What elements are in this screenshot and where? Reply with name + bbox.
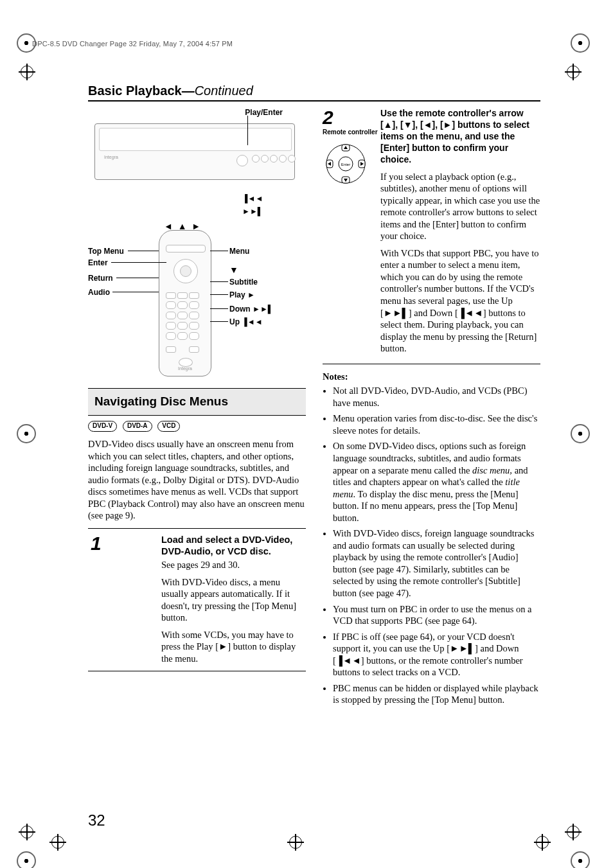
registration-icon <box>21 826 33 838</box>
page: DPC-8.5 DVD Changer Page 32 Friday, May … <box>0 0 613 868</box>
subsection-heading: Navigating Disc Menus <box>88 388 306 416</box>
disc-type-badges: DVD-V DVD-A VCD <box>88 421 306 432</box>
registration-icon <box>21 66 33 78</box>
label-up: Up ▐◄◄ <box>229 317 263 327</box>
crop-mark-icon <box>17 851 30 864</box>
step-2-p1: If you select a playback option (e.g., s… <box>380 171 540 242</box>
step-1-line1: See pages 29 and 30. <box>161 559 306 571</box>
label-play: Play ► <box>229 290 255 300</box>
note-item: PBC menus can be hidden or displayed whi… <box>333 682 540 706</box>
note-item: Menu operation varies from disc-to-disc.… <box>333 412 540 436</box>
registration-icon <box>289 836 302 849</box>
left-column: Play/Enter Integra ▐◄◄ <box>88 108 306 710</box>
crop-mark-icon <box>17 33 30 46</box>
step-1-body: Load and select a DVD-Video, DVD-Audio, … <box>161 534 306 664</box>
step-2-body: Use the remote controller's arrow [▲], [… <box>380 108 540 355</box>
label-menu: Menu <box>229 247 249 256</box>
skip-fwd-icon: ►►▌ <box>384 308 409 318</box>
intro-paragraph: DVD-Video discs usually have an onscreen… <box>88 438 306 522</box>
play-icon: ► <box>218 641 227 651</box>
label-down: Down ►►▌ <box>229 305 273 314</box>
skip-fwd-icon: ►►▌ <box>450 643 475 653</box>
svg-text:Enter: Enter <box>341 163 350 166</box>
right-arrow-icon: ► <box>443 120 452 130</box>
note-item: Not all DVD-Video, DVD-Audio, and VCDs (… <box>333 385 540 409</box>
note-item: You must turn on PBC in order to use the… <box>333 603 540 627</box>
skip-back-icon: ▐◄◄ <box>242 194 263 204</box>
page-number: 32 <box>88 811 105 829</box>
registration-icon <box>567 826 580 838</box>
section-title-continued: Continued <box>195 84 253 98</box>
registration-icon <box>567 66 580 78</box>
note-item: On some DVD-Video discs, options such as… <box>333 440 540 524</box>
step-1-line3: With some VCDs, you may have to press th… <box>161 629 306 665</box>
step-2-box: 2 Remote controller Enter <box>323 108 540 355</box>
left-arrow-icon: ◄ <box>423 120 432 130</box>
note-item: With DVD-Video discs, foreign language s… <box>333 527 540 599</box>
badge-vcd: VCD <box>157 421 180 432</box>
crop-mark-icon <box>17 424 30 437</box>
notes-heading: Notes: <box>323 371 540 383</box>
device-remote-diagram: Play/Enter Integra ▐◄◄ <box>88 108 306 384</box>
doc-header-line: DPC-8.5 DVD Changer Page 32 Friday, May … <box>32 40 536 48</box>
step-1-bold: Load and select a DVD-Video, DVD-Audio, … <box>161 535 292 557</box>
step-2-left: 2 Remote controller Enter <box>323 108 380 355</box>
step-1-line2: With DVD-Video discs, a menu usually app… <box>161 576 306 624</box>
badge-dvd-v: DVD-V <box>88 421 117 432</box>
section-title-dash: — <box>182 84 195 98</box>
label-return: Return <box>88 274 113 283</box>
step-2-bold: Use the remote controller's arrow [▲], [… <box>380 108 540 166</box>
label-audio: Audio <box>88 288 110 297</box>
step-1-number: 1 <box>88 534 161 664</box>
label-play-enter: Play/Enter <box>245 108 283 118</box>
notes-list: Not all DVD-Video, DVD-Audio, and VCDs (… <box>325 385 540 706</box>
step-1-box: 1 Load and select a DVD-Video, DVD-Audio… <box>88 528 306 671</box>
two-column-layout: Play/Enter Integra ▐◄◄ <box>88 108 540 710</box>
dvd-player-illustration: Integra <box>94 123 295 180</box>
step-2-number: 2 <box>323 108 380 127</box>
registration-icon <box>51 836 64 849</box>
label-subtitle: Subtitle <box>229 278 258 287</box>
content-area: Basic Playback—Continued Play/Enter Inte… <box>88 84 540 817</box>
crop-mark-icon <box>571 33 583 46</box>
registration-icon <box>536 836 549 849</box>
remote-illustration: Integra <box>159 230 211 376</box>
remote-dpad-illustration: Enter <box>323 141 369 187</box>
title-rule <box>88 100 540 102</box>
label-top-menu: Top Menu <box>88 247 124 256</box>
up-arrow-icon: ▲ <box>384 120 393 130</box>
skip-fwd-icon: ►►▌ <box>242 207 263 217</box>
note-item: If PBC is off (see page 64), or your VCD… <box>333 631 540 678</box>
badge-dvd-a: DVD-A <box>123 421 152 432</box>
right-column: 2 Remote controller Enter <box>323 108 540 710</box>
crop-mark-icon <box>571 851 583 864</box>
step-2-remote-label: Remote controller <box>323 128 380 137</box>
section-title-main: Basic Playback <box>88 84 182 98</box>
crop-mark-icon <box>571 424 583 437</box>
down-arrow-icon: ▼ <box>404 120 413 130</box>
step-2-rule <box>323 364 540 364</box>
label-enter: Enter <box>88 258 108 268</box>
section-title: Basic Playback—Continued <box>88 84 540 98</box>
step-2-p2: With VCDs that support PBC, you have to … <box>380 247 540 355</box>
skip-back-icon: ▐◄◄ <box>336 655 361 666</box>
down-arrow-icon: ▼ <box>229 265 238 276</box>
skip-back-icon: ▐◄◄ <box>458 308 483 318</box>
